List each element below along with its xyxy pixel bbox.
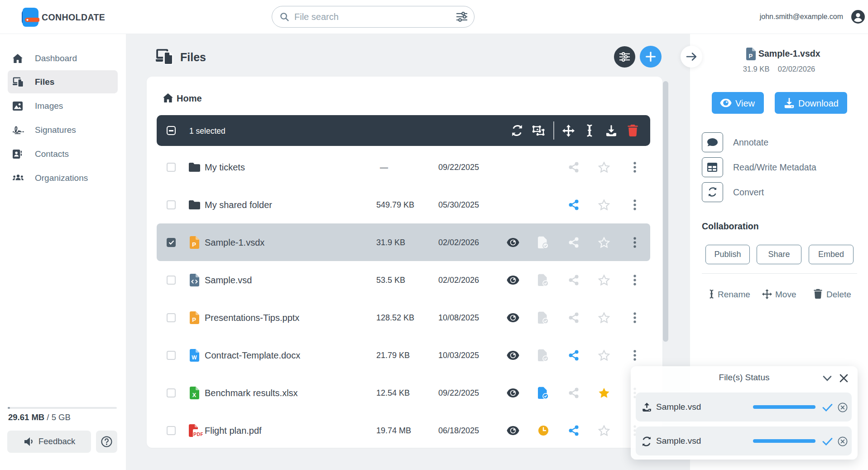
svg-text:PDF: PDF xyxy=(193,431,203,437)
svg-text:P: P xyxy=(192,241,196,247)
svg-text:X: X xyxy=(192,392,197,398)
svg-text:W: W xyxy=(192,354,197,360)
svg-text:P: P xyxy=(748,53,753,59)
svg-text:P: P xyxy=(192,316,196,323)
